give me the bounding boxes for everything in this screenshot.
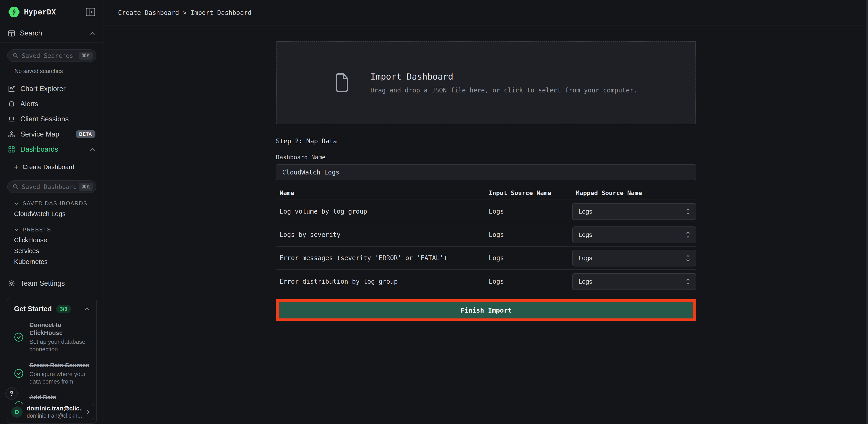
dropzone-title: Import Dashboard [370,72,637,81]
get-started-item-sources[interactable]: Create Data Sources Configure where your… [14,361,90,386]
input-source-name: Logs [485,208,572,215]
sidebar-item-dashboards[interactable]: Dashboards [0,142,103,157]
mapped-source-select[interactable]: Logs [572,273,696,290]
search-panel-icon [8,30,15,37]
task-subtitle: Configure where your data comes from [29,370,90,386]
table-header-row: Name Input Source Name Mapped Source Nam… [276,186,696,200]
service-map-icon [8,131,15,138]
search-icon [13,184,19,190]
chevron-updown-icon [686,231,690,239]
mapped-source-select[interactable]: Logs [572,226,696,243]
source-mapping-table: Name Input Source Name Mapped Source Nam… [276,186,696,293]
table-row: Error distribution by log group Logs Log… [276,270,696,293]
nav-label: Service Map [20,130,59,138]
hyperdx-logo-icon [8,6,20,18]
search-icon [13,53,19,59]
finish-import-button[interactable]: Finish Import [279,302,693,319]
sidebar: HyperDX Search ⌘K No saved sear [0,0,104,424]
breadcrumb[interactable]: Create Dashboard > Import Dashboard [118,9,251,17]
column-header-mapped-source: Mapped Source Name [572,189,696,196]
get-started-item-connect[interactable]: Connect to ClickHouse Set up your databa… [14,321,90,353]
dashboard-name-input[interactable] [276,169,696,176]
dashboard-name-label: Dashboard Name [276,154,696,161]
section-label: PRESETS [23,226,51,233]
sidebar-item-team-settings[interactable]: Team Settings [0,276,103,291]
nav-label: Chart Explorer [20,85,66,93]
input-source-name: Logs [485,231,572,238]
chart-name: Error messages (severity 'ERROR' or 'FAT… [276,254,485,262]
nav-label: Client Sessions [20,115,69,123]
saved-dashboards-field[interactable] [22,183,75,190]
topbar: Create Dashboard > Import Dashboard [104,0,868,26]
create-dashboard-button[interactable]: + Create Dashboard [0,160,103,174]
chevron-right-icon [86,409,90,415]
user-name: dominic.tran@clic... [27,405,82,412]
sidebar-item-chart-explorer[interactable]: Chart Explorer [0,81,103,96]
sidebar-section-search[interactable]: Search [0,24,103,43]
dashboards-grid-icon [8,146,15,153]
json-dropzone[interactable]: Import Dashboard Drag and drop a JSON fi… [276,41,696,124]
dropzone-subtitle: Drag and drop a JSON file here, or click… [370,87,637,94]
mapped-source-value: Logs [579,255,592,262]
sidebar-item-client-sessions[interactable]: Client Sessions [0,111,103,127]
chevron-down-icon [14,228,19,231]
input-source-name: Logs [485,278,572,285]
logo-row: HyperDX [0,0,103,24]
chart-name: Logs by severity [276,231,485,238]
sidebar-collapse-icon[interactable] [86,7,95,17]
task-title: Add Data [29,393,90,401]
chevron-down-icon [14,202,19,205]
nav-label: Alerts [20,100,38,108]
mapped-source-value: Logs [579,278,592,285]
table-row: Log volume by log group Logs Logs [276,200,696,223]
presets-section-header[interactable]: PRESETS [0,225,103,235]
saved-dashboards-input[interactable]: ⌘K [7,181,96,193]
column-header-input-source: Input Source Name [485,189,572,196]
beta-badge: BETA [76,130,95,138]
chevron-updown-icon [686,208,690,216]
get-started-header[interactable]: Get Started 3/3 [14,305,90,313]
chevron-updown-icon [686,254,690,262]
task-title: Create Data Sources [29,361,90,369]
saved-dashboards-section-header[interactable]: SAVED DASHBOARDS [0,198,103,208]
sidebar-item-kubernetes[interactable]: Kubernetes [0,256,103,267]
saved-searches-field[interactable] [22,52,75,59]
avatar: D [11,406,23,418]
gear-icon [8,280,15,287]
sidebar-item-service-map[interactable]: Service Map BETA [0,127,103,142]
step-heading: Step 2: Map Data [276,137,696,145]
action-highlight-box: Finish Import [276,299,696,321]
sidebar-bottom-divider [0,399,103,399]
section-label: SAVED DASHBOARDS [23,200,87,206]
vertical-scrollbar[interactable] [866,0,868,424]
chart-name: Error distribution by log group [276,278,485,285]
check-circle-icon [14,332,24,342]
help-button[interactable]: ? [5,387,18,400]
sidebar-nav: Chart Explorer Alerts Client Sessions [0,81,103,157]
mapped-source-value: Logs [579,231,592,238]
shortcut-badge: ⌘K [79,52,93,60]
file-icon [335,73,349,92]
mapped-source-select[interactable]: Logs [572,250,696,266]
user-email: dominic.tran@clickh... [27,413,82,419]
team-settings-label: Team Settings [20,279,65,288]
sidebar-item-cloudwatch-logs[interactable]: CloudWatch Logs [0,208,103,219]
sidebar-item-alerts[interactable]: Alerts [0,96,103,111]
app-title: HyperDX [24,8,56,16]
laptop-icon [8,116,15,123]
bell-icon [8,101,15,107]
table-row: Error messages (severity 'ERROR' or 'FAT… [276,247,696,270]
chevron-up-icon [90,148,95,151]
mapped-source-select[interactable]: Logs [572,203,696,220]
chart-name: Log volume by log group [276,208,485,215]
chevron-updown-icon [686,278,690,286]
sidebar-item-services[interactable]: Services [0,246,103,256]
user-account-button[interactable]: D dominic.tran@clic... dominic.tran@clic… [7,404,94,420]
search-section-label: Search [20,29,42,37]
dashboard-name-input-wrap [276,164,696,180]
get-started-progress-badge: 3/3 [56,305,71,313]
nav-label: Dashboards [20,145,58,154]
sidebar-item-clickhouse[interactable]: ClickHouse [0,235,103,246]
saved-searches-input[interactable]: ⌘K [7,49,96,62]
chart-explorer-icon [8,86,15,92]
